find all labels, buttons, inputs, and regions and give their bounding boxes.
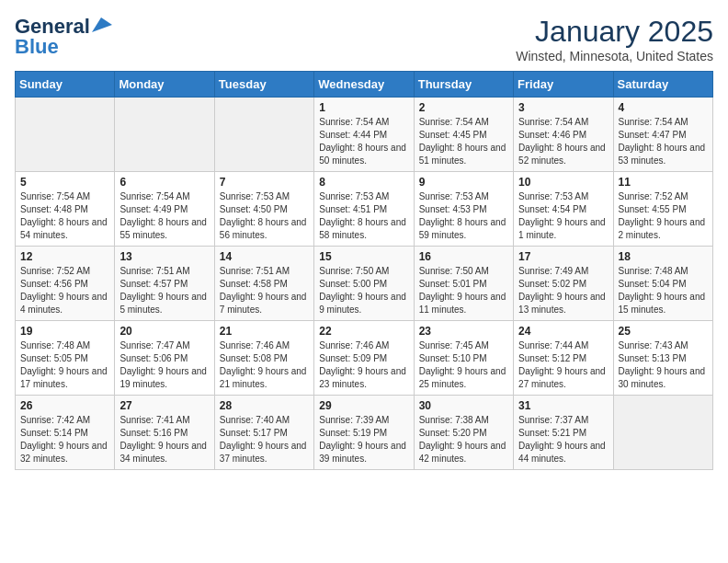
- calendar-cell: 26Sunrise: 7:42 AM Sunset: 5:14 PM Dayli…: [16, 396, 115, 470]
- day-number: 4: [619, 101, 708, 114]
- logo-icon: [92, 17, 112, 32]
- day-number: 7: [220, 176, 309, 189]
- calendar-cell: 16Sunrise: 7:50 AM Sunset: 5:01 PM Dayli…: [414, 247, 513, 321]
- calendar-cell: 2Sunrise: 7:54 AM Sunset: 4:45 PM Daylig…: [414, 98, 513, 172]
- calendar-cell: 14Sunrise: 7:51 AM Sunset: 4:58 PM Dayli…: [214, 247, 313, 321]
- page-header: General Blue January 2025 Winsted, Minne…: [15, 15, 713, 63]
- day-number: 21: [220, 325, 309, 338]
- calendar-cell: 12Sunrise: 7:52 AM Sunset: 4:56 PM Dayli…: [16, 247, 115, 321]
- day-content: Sunrise: 7:53 AM Sunset: 4:54 PM Dayligh…: [518, 190, 608, 242]
- calendar-cell: 10Sunrise: 7:53 AM Sunset: 4:54 PM Dayli…: [514, 172, 613, 247]
- day-content: Sunrise: 7:50 AM Sunset: 5:01 PM Dayligh…: [419, 265, 508, 316]
- day-content: Sunrise: 7:54 AM Sunset: 4:49 PM Dayligh…: [119, 190, 209, 242]
- day-number: 12: [20, 250, 109, 263]
- calendar-cell: 29Sunrise: 7:39 AM Sunset: 5:19 PM Dayli…: [314, 396, 414, 470]
- month-title: January 2025: [516, 15, 713, 49]
- svg-marker-0: [92, 17, 112, 32]
- calendar-cell: 20Sunrise: 7:47 AM Sunset: 5:06 PM Dayli…: [115, 321, 214, 396]
- day-number: 11: [619, 176, 708, 189]
- day-content: Sunrise: 7:39 AM Sunset: 5:19 PM Dayligh…: [319, 414, 408, 465]
- day-number: 27: [119, 399, 209, 412]
- day-number: 28: [220, 399, 309, 412]
- calendar-week-row: 26Sunrise: 7:42 AM Sunset: 5:14 PM Dayli…: [16, 396, 713, 470]
- logo: General Blue: [15, 15, 112, 59]
- day-content: Sunrise: 7:53 AM Sunset: 4:51 PM Dayligh…: [319, 190, 408, 242]
- day-content: Sunrise: 7:50 AM Sunset: 5:00 PM Dayligh…: [319, 265, 408, 316]
- day-number: 2: [419, 101, 508, 114]
- day-content: Sunrise: 7:54 AM Sunset: 4:44 PM Dayligh…: [319, 116, 408, 167]
- calendar-cell: 13Sunrise: 7:51 AM Sunset: 4:57 PM Dayli…: [115, 247, 214, 321]
- calendar-week-row: 19Sunrise: 7:48 AM Sunset: 5:05 PM Dayli…: [16, 321, 713, 396]
- day-number: 23: [419, 325, 508, 338]
- day-number: 22: [319, 325, 408, 338]
- day-content: Sunrise: 7:48 AM Sunset: 5:05 PM Dayligh…: [20, 339, 109, 391]
- weekday-header: Friday: [514, 72, 613, 98]
- day-content: Sunrise: 7:54 AM Sunset: 4:46 PM Dayligh…: [518, 116, 608, 167]
- day-number: 26: [20, 399, 109, 412]
- title-section: January 2025 Winsted, Minnesota, United …: [516, 15, 713, 63]
- day-number: 8: [319, 176, 408, 189]
- calendar-week-row: 5Sunrise: 7:54 AM Sunset: 4:48 PM Daylig…: [16, 172, 713, 247]
- calendar-cell: 8Sunrise: 7:53 AM Sunset: 4:51 PM Daylig…: [314, 172, 414, 247]
- calendar-cell: 9Sunrise: 7:53 AM Sunset: 4:53 PM Daylig…: [414, 172, 513, 247]
- day-content: Sunrise: 7:53 AM Sunset: 4:50 PM Dayligh…: [220, 190, 309, 242]
- calendar-cell: 18Sunrise: 7:48 AM Sunset: 5:04 PM Dayli…: [613, 247, 712, 321]
- day-content: Sunrise: 7:42 AM Sunset: 5:14 PM Dayligh…: [20, 414, 109, 465]
- calendar-cell: 22Sunrise: 7:46 AM Sunset: 5:09 PM Dayli…: [314, 321, 414, 396]
- day-content: Sunrise: 7:37 AM Sunset: 5:21 PM Dayligh…: [518, 414, 608, 465]
- calendar-week-row: 1Sunrise: 7:54 AM Sunset: 4:44 PM Daylig…: [16, 98, 713, 172]
- calendar-cell: 31Sunrise: 7:37 AM Sunset: 5:21 PM Dayli…: [514, 396, 613, 470]
- day-content: Sunrise: 7:52 AM Sunset: 4:56 PM Dayligh…: [20, 265, 109, 316]
- day-content: Sunrise: 7:47 AM Sunset: 5:06 PM Dayligh…: [119, 339, 209, 391]
- weekday-header: Monday: [115, 72, 214, 98]
- day-number: 3: [518, 101, 608, 114]
- day-content: Sunrise: 7:43 AM Sunset: 5:13 PM Dayligh…: [619, 339, 708, 391]
- day-content: Sunrise: 7:44 AM Sunset: 5:12 PM Dayligh…: [518, 339, 608, 391]
- day-content: Sunrise: 7:54 AM Sunset: 4:47 PM Dayligh…: [619, 116, 708, 167]
- calendar-cell: [16, 98, 115, 172]
- calendar-cell: 27Sunrise: 7:41 AM Sunset: 5:16 PM Dayli…: [115, 396, 214, 470]
- calendar-cell: 15Sunrise: 7:50 AM Sunset: 5:00 PM Dayli…: [314, 247, 414, 321]
- weekday-header: Wednesday: [314, 72, 414, 98]
- day-number: 18: [619, 250, 708, 263]
- calendar-cell: 30Sunrise: 7:38 AM Sunset: 5:20 PM Dayli…: [414, 396, 513, 470]
- day-number: 13: [119, 250, 209, 263]
- day-number: 10: [518, 176, 608, 189]
- calendar-cell: 3Sunrise: 7:54 AM Sunset: 4:46 PM Daylig…: [514, 98, 613, 172]
- day-number: 14: [220, 250, 309, 263]
- day-number: 5: [20, 176, 109, 189]
- calendar-cell: [115, 98, 214, 172]
- day-content: Sunrise: 7:54 AM Sunset: 4:45 PM Dayligh…: [419, 116, 508, 167]
- calendar-cell: 23Sunrise: 7:45 AM Sunset: 5:10 PM Dayli…: [414, 321, 513, 396]
- calendar-cell: 7Sunrise: 7:53 AM Sunset: 4:50 PM Daylig…: [214, 172, 313, 247]
- calendar-cell: 25Sunrise: 7:43 AM Sunset: 5:13 PM Dayli…: [613, 321, 712, 396]
- logo-blue: Blue: [15, 35, 59, 59]
- calendar-cell: 11Sunrise: 7:52 AM Sunset: 4:55 PM Dayli…: [613, 172, 712, 247]
- calendar-cell: 4Sunrise: 7:54 AM Sunset: 4:47 PM Daylig…: [613, 98, 712, 172]
- calendar-cell: 1Sunrise: 7:54 AM Sunset: 4:44 PM Daylig…: [314, 98, 414, 172]
- day-content: Sunrise: 7:51 AM Sunset: 4:57 PM Dayligh…: [119, 265, 209, 316]
- day-number: 29: [319, 399, 408, 412]
- calendar-week-row: 12Sunrise: 7:52 AM Sunset: 4:56 PM Dayli…: [16, 247, 713, 321]
- day-number: 6: [119, 176, 209, 189]
- day-content: Sunrise: 7:40 AM Sunset: 5:17 PM Dayligh…: [220, 414, 309, 465]
- calendar-table: SundayMondayTuesdayWednesdayThursdayFrid…: [15, 71, 713, 470]
- day-content: Sunrise: 7:52 AM Sunset: 4:55 PM Dayligh…: [619, 190, 708, 242]
- weekday-header: Saturday: [613, 72, 712, 98]
- day-content: Sunrise: 7:54 AM Sunset: 4:48 PM Dayligh…: [20, 190, 109, 242]
- calendar-cell: 21Sunrise: 7:46 AM Sunset: 5:08 PM Dayli…: [214, 321, 313, 396]
- day-number: 17: [518, 250, 608, 263]
- day-content: Sunrise: 7:53 AM Sunset: 4:53 PM Dayligh…: [419, 190, 508, 242]
- day-number: 15: [319, 250, 408, 263]
- calendar-cell: [214, 98, 313, 172]
- day-content: Sunrise: 7:46 AM Sunset: 5:09 PM Dayligh…: [319, 339, 408, 391]
- calendar-cell: 17Sunrise: 7:49 AM Sunset: 5:02 PM Dayli…: [514, 247, 613, 321]
- day-content: Sunrise: 7:51 AM Sunset: 4:58 PM Dayligh…: [220, 265, 309, 316]
- calendar-cell: 19Sunrise: 7:48 AM Sunset: 5:05 PM Dayli…: [16, 321, 115, 396]
- day-number: 25: [619, 325, 708, 338]
- day-number: 16: [419, 250, 508, 263]
- day-content: Sunrise: 7:49 AM Sunset: 5:02 PM Dayligh…: [518, 265, 608, 316]
- weekday-header: Sunday: [16, 72, 115, 98]
- day-number: 19: [20, 325, 109, 338]
- day-content: Sunrise: 7:45 AM Sunset: 5:10 PM Dayligh…: [419, 339, 508, 391]
